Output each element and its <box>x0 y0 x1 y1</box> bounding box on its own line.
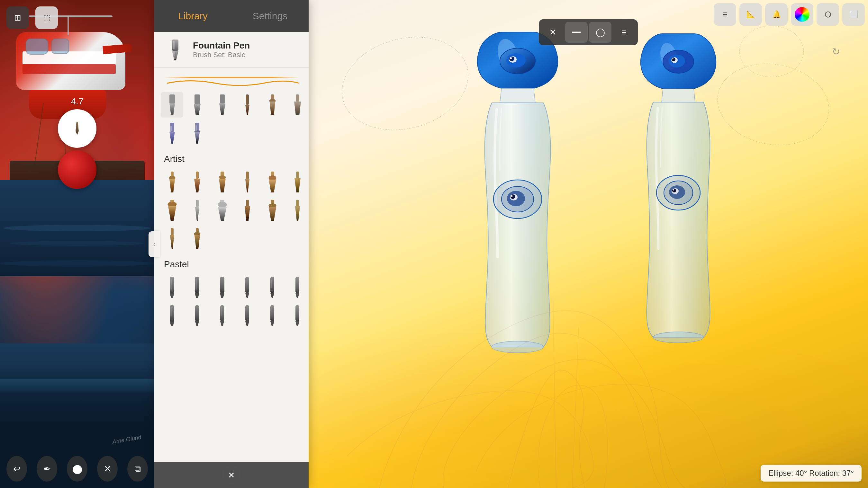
brush-item[interactable] <box>211 92 234 118</box>
brush-settings-button[interactable]: ≡ <box>714 3 736 26</box>
brush-item[interactable] <box>211 274 234 300</box>
brush-item[interactable] <box>211 197 234 223</box>
brush-item[interactable] <box>211 169 234 195</box>
ruler-button[interactable]: 📐 <box>739 3 762 26</box>
svg-rect-5 <box>169 94 175 103</box>
eyedropper-icon: ✒ <box>43 464 51 474</box>
close-left-button[interactable]: ✕ <box>97 456 118 482</box>
brush-item[interactable] <box>286 274 309 300</box>
tab-settings[interactable]: Settings <box>231 0 309 32</box>
svg-point-117 <box>673 189 674 191</box>
tab-library[interactable]: Library <box>154 0 231 32</box>
svg-marker-81 <box>170 321 174 326</box>
svg-marker-18 <box>270 101 275 115</box>
color-swatch[interactable] <box>58 150 96 189</box>
svg-marker-86 <box>220 321 224 326</box>
brush-item[interactable] <box>261 303 283 328</box>
svg-marker-15 <box>245 105 249 115</box>
symmetry-close-button[interactable]: ✕ <box>541 22 564 43</box>
svg-rect-57 <box>296 200 299 206</box>
brush-item[interactable] <box>186 120 208 146</box>
left-canvas-panel: ⊞ ⬚ 4.7 Arne Olund ↩ ✒ ⬤ ✕ ⧉ <box>0 0 154 488</box>
layers-button[interactable]: ⬡ <box>816 3 839 26</box>
svg-marker-88 <box>245 321 249 326</box>
symmetry-ellipse-button[interactable]: ◯ <box>589 22 612 43</box>
brush-item[interactable] <box>261 92 283 118</box>
brush-item[interactable] <box>236 92 258 118</box>
brush-item[interactable] <box>186 169 208 195</box>
symmetry-ruler-button[interactable]: ━━ <box>565 22 588 43</box>
size-indicator: 4.7 <box>58 96 96 189</box>
svg-marker-40 <box>269 180 276 192</box>
svg-rect-70 <box>220 277 224 293</box>
brush-item[interactable] <box>286 303 309 328</box>
brush-item[interactable] <box>236 197 258 223</box>
brush-icon <box>164 38 186 61</box>
gallery-button[interactable]: ⊞ <box>6 6 29 29</box>
bottom-nav-center: ✕ <box>154 462 309 488</box>
artist-brush-grid <box>161 167 302 253</box>
undo-button[interactable]: ↩ <box>6 456 27 482</box>
brush-item[interactable] <box>186 303 208 328</box>
bell-icon: 🔔 <box>772 10 781 19</box>
brush-item[interactable] <box>211 303 234 328</box>
color-wheel-icon <box>795 7 809 22</box>
brush-item[interactable] <box>161 226 183 251</box>
collapse-tab[interactable]: ‹ <box>149 231 160 257</box>
fill-button[interactable]: ⬤ <box>67 456 88 482</box>
brush-item[interactable] <box>261 169 283 195</box>
svg-marker-66 <box>170 293 174 298</box>
brush-item[interactable] <box>261 197 283 223</box>
brush-library-panel: ‹ Library Settings <box>154 0 309 488</box>
brush-size-circle[interactable] <box>58 109 96 148</box>
brush-item[interactable] <box>186 226 208 251</box>
brush-item[interactable] <box>236 274 258 300</box>
close-icon: ✕ <box>549 27 557 38</box>
svg-marker-30 <box>169 179 175 192</box>
svg-rect-68 <box>195 279 197 290</box>
color-wheel-button[interactable] <box>791 3 813 26</box>
svg-rect-82 <box>195 305 199 321</box>
brush-item[interactable] <box>161 274 183 300</box>
ellipse-icon: ◯ <box>596 27 605 37</box>
brush-item[interactable] <box>261 274 283 300</box>
brush-item[interactable] <box>161 197 183 223</box>
brush-scroll-area[interactable]: Artist <box>154 87 309 462</box>
symmetry-menu-button[interactable]: ≡ <box>613 22 635 43</box>
mirror-button[interactable]: ⧉ <box>127 456 148 482</box>
brush-item[interactable] <box>236 303 258 328</box>
svg-marker-92 <box>296 321 299 326</box>
svg-marker-42 <box>294 178 301 192</box>
svg-marker-60 <box>170 235 174 249</box>
brush-item[interactable] <box>286 197 309 223</box>
frame-button[interactable]: ⬜ <box>842 3 865 26</box>
svg-rect-27 <box>195 125 197 131</box>
brush-item[interactable] <box>236 169 258 195</box>
brush-set: Brush Set: Basic <box>193 51 299 59</box>
pastel-section-label: Pastel <box>161 253 302 273</box>
brush-item[interactable] <box>186 92 208 118</box>
close-library-button[interactable]: ✕ <box>222 465 241 485</box>
ruler-icon: ━━ <box>572 28 581 37</box>
top-left-icons: ⊞ ⬚ <box>6 6 58 29</box>
svg-marker-47 <box>195 207 199 221</box>
basic-brush-grid <box>161 90 302 148</box>
pastel-brush-grid <box>161 273 302 330</box>
brush-item[interactable] <box>186 197 208 223</box>
brush-item[interactable] <box>286 92 309 118</box>
brush-item[interactable] <box>161 303 183 328</box>
menu-icon: ≡ <box>621 27 626 38</box>
brush-item[interactable] <box>286 169 309 195</box>
color-picker-button[interactable]: ✒ <box>37 456 57 482</box>
canvas-options-button[interactable]: ⬚ <box>35 6 58 29</box>
svg-marker-32 <box>194 178 200 192</box>
svg-rect-65 <box>170 279 172 290</box>
brush-item[interactable] <box>161 92 183 118</box>
brush-item[interactable] <box>186 274 208 300</box>
svg-rect-23 <box>170 126 172 131</box>
svg-marker-58 <box>295 206 300 221</box>
brush-item[interactable] <box>161 169 183 195</box>
svg-marker-83 <box>195 321 199 326</box>
notification-button[interactable]: 🔔 <box>765 3 787 26</box>
brush-item[interactable] <box>161 120 183 146</box>
